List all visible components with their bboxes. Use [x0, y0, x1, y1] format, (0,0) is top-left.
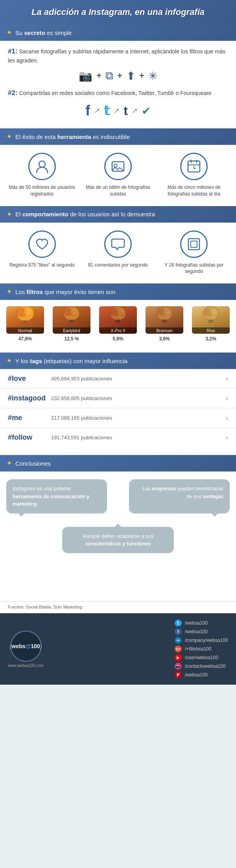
bubble-center: Aunque deben adaptarse a sus característ… — [62, 527, 174, 553]
stat-item-users: Más de 50 millones de usuarios registrad… — [8, 153, 76, 197]
arrow-instagood: › — [226, 394, 228, 402]
social-icons-step: f ↗ 𝕥 ↗ t ↗ ✔ — [8, 102, 228, 119]
section5-title: Y los tags (etiquetas) con mayor influen… — [15, 358, 127, 364]
filter-img-earlybird: Earlybird — [53, 306, 90, 334]
section4-title: Los filtros que mayor éxito tienen son — [15, 289, 115, 295]
arrow-love: › — [226, 375, 228, 383]
footer-link-facebook[interactable]: f /websa100 — [175, 628, 228, 635]
tag-item-follow[interactable]: #follow 191,743,591 publicaciones › — [0, 428, 236, 447]
svg-point-16 — [70, 308, 77, 314]
square-icon — [180, 230, 208, 258]
filters-block: Normal 47,6% Earlybird 12,5 % — [0, 300, 236, 348]
pinterest-link-text: /websa100 — [185, 672, 208, 678]
footer: (webs@100) www.websa100.com 𝕥 /websa100 … — [0, 613, 236, 685]
footer-link-linkedin[interactable]: in /company/websa100 — [175, 637, 228, 644]
section6-header: ✦ Conclusiones — [0, 455, 236, 471]
svg-point-24 — [164, 309, 171, 315]
filter-img-rise: Rise — [192, 306, 230, 334]
filter-label-xpro: X-Pro II — [99, 327, 137, 334]
filter-pct-brannan: 3,6% — [159, 336, 170, 342]
youtube-social-icon: ▶ — [175, 654, 182, 661]
section4-header: ✦ Los filtros que mayor éxito tienen son — [0, 283, 236, 300]
arrow1: ↗ — [94, 106, 100, 115]
bubble-right: Las empresas pueden beneficiarse de sus … — [129, 479, 230, 513]
section3-title: El comportamiento de los usuarios así lo… — [15, 211, 155, 217]
heart-icon — [28, 230, 56, 258]
footer-link-pinterest[interactable]: P /websa100 — [175, 671, 228, 678]
filter-earlybird: Earlybird 12,5 % — [51, 306, 92, 342]
share-icon: ⬆ — [126, 69, 135, 82]
filter-img-xpro: X-Pro II — [99, 306, 137, 334]
svg-point-20 — [117, 308, 124, 314]
step2-text: #2: Compartirlas en redes sociales como … — [8, 88, 228, 98]
behavior-likes: Registra 575 "likes" al segundo — [8, 230, 76, 269]
step1-desc: Sacarse fotografías y subirlas rápidamen… — [8, 48, 225, 64]
logo-url: www.websa100.com — [8, 663, 44, 668]
gplus-link-text: /+Websa100 — [185, 646, 212, 652]
step1-label: #1: — [8, 48, 18, 55]
star-icon: ✦ — [6, 28, 12, 37]
step1-block: #1: Sacarse fotografías y subirlas rápid… — [0, 41, 236, 128]
stat-text-daily: Más de cinco millones de fotografías sub… — [160, 184, 228, 197]
star-icon5: ✦ — [6, 356, 12, 365]
star-icon2: ✦ — [6, 132, 12, 141]
step1-icons: 📷 + ⧉ + ⬆ + ✳ — [8, 69, 228, 82]
arrow-me: › — [226, 414, 228, 422]
stats-row: Más de 50 millones de usuarios registrad… — [0, 145, 236, 201]
instagram-social-icon: 📷 — [175, 663, 182, 670]
tag-item-love[interactable]: #love 495,694,953 publicaciones › — [0, 369, 236, 389]
filter-pct-earlybird: 12,5 % — [64, 336, 79, 342]
behavior-comments: 81 comentarios por segundo — [84, 230, 152, 269]
star-icon4: ✦ — [6, 287, 12, 296]
tumblr-icon: t — [124, 104, 128, 118]
linkedin-social-icon: in — [175, 637, 182, 644]
tag-item-me[interactable]: #me 217,089,165 publicaciones › — [0, 408, 236, 428]
star-icon6: ✦ — [6, 459, 12, 468]
stat-item-daily: Más de cinco millones de fotografías sub… — [160, 153, 228, 197]
svg-rect-8 — [191, 241, 197, 247]
speech-bubbles: Instagram es una potente herramienta de … — [6, 479, 230, 589]
tags-block: #love 495,694,953 publicaciones › #insta… — [0, 369, 236, 447]
pinterest-social-icon: P — [175, 671, 182, 678]
copy-icon: ⧉ — [105, 69, 113, 82]
user-icon — [28, 153, 56, 180]
tag-name-instagood: #instagood — [8, 394, 51, 402]
svg-point-0 — [39, 161, 45, 167]
filter-brannan: Brannan 3,6% — [144, 306, 185, 342]
twitter-social-icon: 𝕥 — [175, 619, 182, 627]
logo-circle: (webs@100) — [10, 630, 42, 662]
sources: Fuentes: Social Blabla, Solo Marketing — [0, 601, 236, 613]
footer-link-gplus[interactable]: G+ /+Websa100 — [175, 645, 228, 652]
filter-img-normal: Normal — [6, 306, 44, 334]
plus2: + — [117, 71, 122, 81]
section5-header: ✦ Y los tags (etiquetas) con mayor influ… — [0, 353, 236, 369]
filter-label-normal: Normal — [6, 327, 44, 334]
behavior-uploads-text: Y 26 fotografías subidas por segundo — [160, 262, 228, 275]
sources-text: Fuentes: Social Blabla, Solo Marketing — [8, 605, 82, 609]
youtube-link-text: /user/websa100 — [185, 655, 218, 660]
filter-label-rise: Rise — [192, 327, 230, 334]
footer-link-instagram[interactable]: 📷 /contactowebsa100 — [175, 663, 228, 670]
footer-link-twitter[interactable]: 𝕥 /websa100 — [175, 619, 228, 627]
step2-label: #2: — [8, 89, 18, 97]
section1-title: Su secreto es simple — [15, 29, 72, 36]
logo-inner: (webs@100) — [10, 643, 42, 650]
arrow3: ↗ — [132, 106, 138, 115]
filter-pct-xpro: 5,9% — [112, 336, 123, 342]
facebook-icon: f — [85, 102, 90, 119]
arrow2: ↗ — [114, 106, 120, 115]
footer-link-youtube[interactable]: ▶ /user/websa100 — [175, 654, 228, 661]
check-icon: ✔ — [142, 104, 151, 117]
behavior-likes-text: Registra 575 "likes" al segundo — [9, 262, 75, 269]
photo-icon — [104, 153, 132, 180]
svg-point-11 — [24, 308, 32, 315]
linkedin-link-text: /company/websa100 — [185, 638, 228, 643]
twitter-icon: 𝕥 — [104, 103, 110, 118]
tag-count-love: 495,694,953 publicaciones — [51, 376, 226, 382]
star-icon3: ✦ — [6, 210, 12, 219]
top-bubbles: Instagram es una potente herramienta de … — [6, 479, 230, 513]
filter-pct-normal: 47,6% — [18, 336, 32, 342]
tag-item-instagood[interactable]: #instagood 232,656,805 publicaciones › — [0, 389, 236, 408]
filters-row: Normal 47,6% Earlybird 12,5 % — [5, 306, 231, 342]
logo-word: webs@100 — [12, 643, 40, 649]
